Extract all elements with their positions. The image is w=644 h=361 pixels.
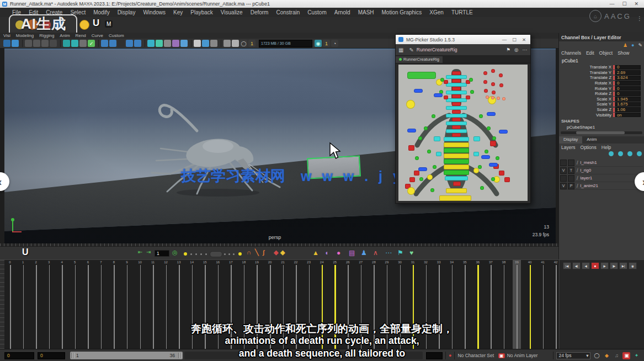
picker-control-53[interactable] [469, 78, 473, 82]
picker-control-88[interactable] [499, 130, 508, 134]
channel-box-hscrollbar[interactable] [561, 131, 642, 134]
layer-type-toggle[interactable]: P [568, 183, 574, 189]
minimize-button[interactable]: — [609, 1, 614, 7]
picker-control-0[interactable] [407, 72, 436, 79]
picker-control-62[interactable] [427, 150, 431, 153]
picker-control-78[interactable] [484, 89, 488, 93]
layer-color-swatch[interactable]: / [577, 183, 578, 189]
picker-control-70[interactable] [430, 188, 434, 192]
picker-control-31[interactable] [446, 188, 467, 193]
status-icon-27[interactable] [210, 40, 217, 47]
layer-row-layer1[interactable]: /layer1 [560, 174, 643, 182]
picker-control-36[interactable] [466, 95, 470, 99]
picker-control-24[interactable] [444, 148, 469, 153]
next-key-button[interactable]: ⇥ [146, 249, 151, 255]
picker-control-17[interactable] [446, 129, 467, 133]
layer-editor-tab-display[interactable]: Display [559, 136, 582, 144]
layer-visibility-icon[interactable] [609, 151, 614, 156]
picker-tab-runnercreaturerig[interactable]: RunnerCreatureRig [396, 56, 443, 63]
picker-control-66[interactable] [433, 165, 437, 169]
menu-deform[interactable]: Deform [251, 9, 269, 15]
menu-arnold[interactable]: Arnold [334, 9, 350, 15]
status-icon-5[interactable] [41, 40, 49, 47]
layer-type-toggle[interactable] [568, 175, 574, 182]
status-icon-11[interactable]: ✓ [88, 40, 95, 47]
menu-modify[interactable]: Modify [93, 9, 109, 15]
playback-dot-2[interactable] [195, 253, 197, 255]
picker-control-61[interactable] [492, 136, 496, 140]
picker-control-37[interactable] [408, 145, 414, 151]
picker-control-55[interactable] [470, 90, 474, 94]
playback-icon-1[interactable]: ◖ [324, 249, 328, 257]
transport-button-5[interactable]: |▶ [610, 262, 618, 269]
playback-icon-7[interactable]: ⚑ [397, 249, 403, 257]
layer-color-swatch[interactable]: / [577, 176, 578, 181]
picker-control-8[interactable] [452, 125, 461, 129]
playback-icon-5[interactable]: ∧ [373, 249, 378, 257]
channel-value-field[interactable]: 1.675 [615, 102, 641, 107]
playback-icon-6[interactable]: ⋯ [385, 249, 392, 257]
layer-visibility-toggle[interactable]: V [560, 183, 567, 189]
picker-control-81[interactable] [491, 96, 494, 99]
status-icon-15[interactable] [118, 40, 125, 47]
layer-color-swatch[interactable]: / [577, 168, 578, 173]
picker-target-icon[interactable]: ◎ [514, 47, 518, 52]
status-icon-20[interactable] [156, 40, 163, 47]
layer-add-icon[interactable] [627, 151, 632, 156]
menu-windows[interactable]: Windows [143, 9, 166, 15]
picker-control-39[interactable] [414, 171, 419, 176]
picker-control-28[interactable] [444, 170, 469, 175]
menu-key[interactable]: Key [173, 9, 183, 15]
picker-control-1[interactable] [452, 71, 461, 75]
picker-control-44[interactable] [504, 177, 510, 182]
picker-control-76[interactable] [491, 82, 495, 86]
picker-control-74[interactable] [499, 73, 503, 77]
picker-grid-icon[interactable]: ▦ [398, 47, 403, 53]
menu-motion-graphics[interactable]: Motion Graphics [382, 9, 422, 15]
mg-picker-window[interactable]: MG-Picker Studio 1.5.3 — ☐ ✕ ▦ ✎ RunnerC… [395, 34, 531, 204]
picker-control-56[interactable] [432, 114, 435, 118]
picker-control-5[interactable] [452, 102, 461, 106]
picker-control-20[interactable] [473, 136, 480, 141]
transport-button-4[interactable]: ▶ [600, 262, 609, 269]
layer-type-toggle[interactable]: T [568, 167, 574, 174]
layer-row-l-rig0[interactable]: VT/l_rig0 [560, 167, 643, 174]
channel-menu-object[interactable]: Object [599, 50, 613, 56]
shelf-tab-curve[interactable]: Curve [92, 33, 103, 38]
channel-menu-edit[interactable]: Edit [586, 50, 594, 56]
picker-control-14[interactable] [446, 106, 467, 110]
status-icon-14[interactable] [109, 40, 116, 47]
curve-icon-3[interactable]: ◆ [274, 249, 278, 256]
channel-value-field[interactable]: on [615, 113, 641, 118]
status-icon-1[interactable] [12, 40, 19, 47]
picker-control-40[interactable] [409, 177, 415, 182]
picker-control-32[interactable] [439, 195, 471, 201]
layer-visibility-toggle[interactable]: V [560, 167, 567, 174]
status-extra-icon-1[interactable]: 1 [323, 40, 330, 47]
status-icon-21[interactable] [164, 40, 171, 47]
pencil-icon[interactable]: ✎ [638, 43, 642, 48]
picker-control-91[interactable] [418, 167, 427, 171]
picker-control-25[interactable] [444, 153, 469, 158]
picker-control-59[interactable] [487, 126, 491, 130]
picker-control-73[interactable] [491, 69, 495, 73]
picker-control-33[interactable] [444, 80, 448, 84]
curve-icon-0[interactable]: ∩ [247, 249, 251, 256]
status-icon-32[interactable]: 1 [248, 40, 256, 47]
picker-control-38[interactable] [490, 141, 496, 146]
picker-control-23[interactable] [444, 142, 469, 147]
playback-dot-3[interactable] [200, 253, 202, 255]
status-icon-10[interactable] [79, 40, 87, 47]
picker-control-15[interactable] [446, 114, 467, 118]
layer-empty-icon[interactable] [637, 151, 642, 156]
channel-value-field[interactable]: 0 [615, 65, 641, 70]
shelf-tab-visi[interactable]: Visi [3, 33, 10, 38]
layer-visibility-toggle[interactable] [560, 160, 567, 166]
picker-control-2[interactable] [452, 79, 461, 83]
layer-row-l-anim21[interactable]: VP/l_anim21 [560, 182, 643, 190]
playback-icon-3[interactable]: ▤ [349, 249, 355, 257]
picker-control-6[interactable] [452, 110, 461, 114]
channel-value-field[interactable]: 3.624 [615, 76, 641, 81]
picker-control-29[interactable] [445, 176, 468, 180]
picker-control-67[interactable] [478, 165, 482, 169]
